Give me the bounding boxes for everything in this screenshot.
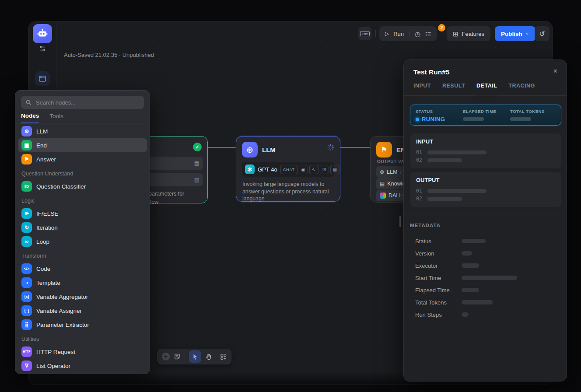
version-history-button[interactable]: ↺ bbox=[535, 26, 550, 41]
node-search-box[interactable] bbox=[21, 96, 144, 109]
close-icon[interactable]: ✕ bbox=[553, 68, 558, 74]
search-icon bbox=[25, 99, 32, 105]
workflow-settings-icon[interactable] bbox=[38, 45, 46, 52]
node-type-icon: ◑ bbox=[21, 277, 32, 288]
metadata-row: Version bbox=[404, 247, 567, 259]
node-type-icon: ∇ bbox=[21, 360, 32, 371]
search-input[interactable] bbox=[35, 99, 140, 106]
skeleton-bar bbox=[462, 312, 469, 317]
node-list-item[interactable]: ▣ End bbox=[18, 138, 147, 152]
metadata-row: Start Time bbox=[404, 272, 567, 284]
copy-icon: ▥ bbox=[194, 177, 199, 183]
node-list-section-label: Transform bbox=[18, 248, 147, 262]
run-button[interactable]: Run bbox=[393, 31, 404, 37]
llm-node[interactable]: ⊛ LLM ∗ GPT-4o CHAT ◉ ∿ ⊡ ▤ bbox=[236, 136, 340, 202]
node-type-icon: HTTP bbox=[21, 346, 32, 357]
organize-nodes-button[interactable] bbox=[220, 354, 227, 360]
run-tab-result[interactable]: RESULT bbox=[442, 83, 465, 95]
node-list-item[interactable]: ⊛ LLM bbox=[18, 124, 147, 138]
section-divider bbox=[404, 214, 567, 214]
end-node-icon: ⚑ bbox=[376, 142, 392, 158]
node-type-icon: ∞ bbox=[21, 236, 32, 247]
llm-node-description: Invoking large language models to answer… bbox=[242, 181, 335, 203]
group-divider bbox=[409, 31, 410, 37]
metadata-row: Status bbox=[404, 235, 567, 247]
model-selector[interactable]: ∗ GPT-4o CHAT ◉ ∿ ⊡ ▤ bbox=[242, 162, 334, 177]
features-button[interactable]: ⊞ Features bbox=[447, 26, 490, 41]
app-logo-robot-icon[interactable] bbox=[33, 24, 52, 43]
model-name: GPT-4o bbox=[258, 166, 277, 173]
edge-connector bbox=[340, 147, 370, 148]
llm-icon: ⊛ bbox=[380, 169, 384, 175]
node-palette-panel: Nodes Tools ⊛ LLM ▣ End ⚑ Answer Questio… bbox=[15, 90, 150, 374]
success-check-icon: ✓ bbox=[193, 143, 202, 151]
checklist-icon[interactable] bbox=[425, 31, 431, 37]
image-capability-icon: ⊡ bbox=[320, 165, 329, 174]
node-type-icon: ▣ bbox=[21, 140, 32, 150]
running-dot-icon bbox=[416, 118, 419, 121]
node-list-item[interactable]: ↻ Iteration bbox=[18, 220, 147, 234]
hand-tool-button[interactable] bbox=[205, 354, 212, 360]
node-list-item[interactable]: ⚑ Answer bbox=[18, 152, 147, 166]
input-title: INPUT bbox=[416, 138, 433, 145]
node-list-item[interactable]: </> Code bbox=[18, 262, 147, 276]
skeleton-bar bbox=[427, 197, 462, 201]
node-list-item[interactable]: ⋔ IF/ELSE bbox=[18, 206, 147, 220]
paragraph-icon: ▤ bbox=[194, 160, 199, 166]
node-list-item[interactable]: {x} Variable Aggregator bbox=[18, 290, 147, 304]
skeleton-bar bbox=[462, 276, 517, 280]
node-list: ⊛ LLM ▣ End ⚑ Answer Question Understand… bbox=[15, 123, 150, 374]
test-run-panel: Test Run#5 ✕ INPUTRESULTDETAILTRACING ST… bbox=[403, 60, 567, 382]
env-icon: ENV bbox=[360, 31, 369, 36]
node-type-icon: ‖D bbox=[21, 181, 32, 192]
run-button-group: ▷ Run ◷ bbox=[379, 26, 437, 41]
run-status-card: STATUS RUNING ELAPSED TIME TOTAL TOKENS bbox=[410, 105, 561, 126]
run-history-clock-icon[interactable]: ◷ bbox=[415, 31, 420, 37]
metadata-rows: Status Version Executor Start Time Elaps… bbox=[404, 235, 567, 321]
env-variables-button[interactable]: ENV bbox=[358, 27, 371, 40]
node-type-icon: ⣿ bbox=[21, 319, 32, 330]
node-list-item[interactable]: ∞ Loop bbox=[18, 234, 147, 248]
start-node-description: parameters for flow bbox=[149, 190, 184, 207]
chat-mode-badge: CHAT bbox=[280, 165, 298, 174]
metadata-row: Executor bbox=[404, 259, 567, 272]
rail-divider bbox=[36, 62, 49, 62]
toolbar-divider bbox=[185, 353, 185, 360]
topbar-divider bbox=[375, 30, 376, 37]
add-note-button[interactable] bbox=[174, 353, 181, 360]
run-tab-tracing[interactable]: TRACING bbox=[508, 83, 535, 95]
tab-nodes[interactable]: Nodes bbox=[21, 109, 39, 123]
node-list-item[interactable]: HTTP HTTP Request bbox=[18, 345, 147, 359]
pointer-tool-button[interactable] bbox=[189, 350, 201, 363]
node-type-icon: </> bbox=[21, 263, 32, 274]
run-tab-input[interactable]: INPUT bbox=[413, 83, 431, 95]
skeleton-bar bbox=[463, 117, 484, 121]
node-type-icon: ↻ bbox=[21, 222, 32, 233]
audio-capability-icon: ∿ bbox=[309, 165, 318, 174]
edge-connector bbox=[208, 147, 236, 148]
node-list-section-label: Utilities bbox=[18, 332, 147, 345]
publish-button[interactable]: Publish ⌄ bbox=[495, 26, 536, 41]
add-node-button[interactable]: + bbox=[162, 353, 170, 360]
skeleton-bar bbox=[462, 263, 479, 268]
checklist-count-badge: 2 bbox=[437, 23, 446, 32]
node-list-item[interactable]: ‖D Question Classifier bbox=[18, 179, 147, 193]
node-list-section-label: Question Understand bbox=[18, 166, 147, 179]
run-tab-detail[interactable]: DETAIL bbox=[476, 83, 497, 95]
canvas-scrollbar[interactable] bbox=[399, 216, 401, 227]
play-icon[interactable]: ▷ bbox=[385, 31, 389, 37]
node-list-item[interactable]: {=} Variable Assigner bbox=[18, 304, 147, 318]
elapsed-time-label: ELAPSED TIME bbox=[463, 109, 496, 114]
node-list-item[interactable]: ⣿ Parameter Extractor bbox=[18, 318, 147, 332]
tab-tools[interactable]: Tools bbox=[49, 109, 63, 123]
features-grid-icon: ⊞ bbox=[453, 31, 458, 37]
gpt4o-model-icon: ∗ bbox=[245, 164, 255, 174]
preview-window-button[interactable] bbox=[35, 71, 50, 86]
output-card: OUTPUT 01 02 bbox=[410, 172, 561, 207]
status-label: STATUS bbox=[416, 109, 445, 114]
skeleton-bar bbox=[427, 189, 486, 193]
node-list-item[interactable]: ◑ Template bbox=[18, 276, 147, 290]
node-list-item[interactable]: ∇ List Operator bbox=[18, 359, 147, 373]
output-title: OUTPUT bbox=[416, 177, 439, 183]
llm-node-icon: ⊛ bbox=[242, 142, 258, 158]
